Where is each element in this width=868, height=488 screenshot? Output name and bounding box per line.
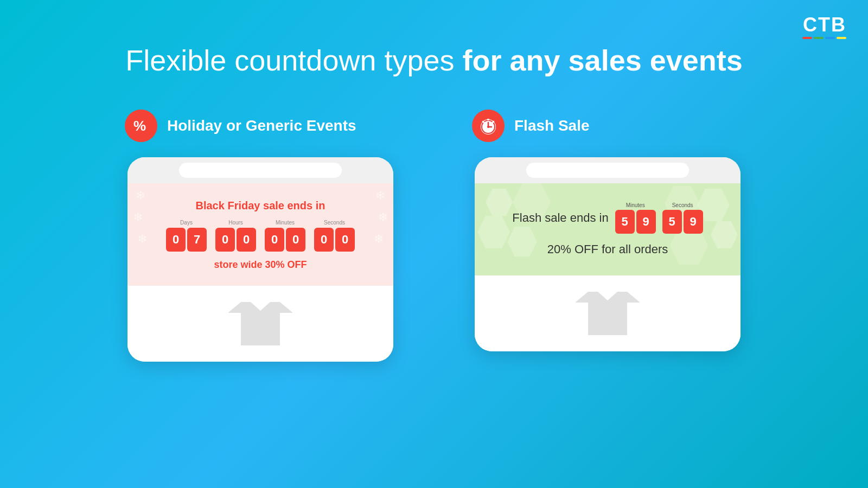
- seconds-digits: 0 0: [314, 228, 355, 252]
- heading-part2: for any sales events: [463, 44, 743, 76]
- columns-container: % Holiday or Generic Events ❄ ❄ ❄ ❄ ❄ ❄ …: [0, 110, 868, 362]
- days-group: Days 0 7: [166, 220, 207, 252]
- flash-sale-text: Flash sale ends in: [512, 211, 608, 225]
- flash-discount-text: 20% OFF for all orders: [547, 242, 668, 256]
- minutes-label: Minutes: [276, 220, 295, 226]
- logo-bar-blue: [825, 37, 835, 39]
- holiday-subtitle: store wide 30% OFF: [138, 259, 382, 271]
- left-category-row: % Holiday or Generic Events: [125, 110, 356, 142]
- right-category-row: Flash Sale: [472, 110, 590, 142]
- holiday-title: Black Friday sale ends in: [138, 200, 382, 212]
- ctb-logo: CTB: [802, 15, 846, 39]
- logo-bar-red: [802, 37, 812, 39]
- flash-sale-row: Flash sale ends in Minutes 5 9 Seconds: [512, 202, 703, 234]
- logo-text: CTB: [803, 15, 846, 35]
- percent-badge-icon: %: [125, 110, 157, 142]
- hours-digit-2: 0: [237, 228, 256, 252]
- minutes-digit-1: 0: [265, 228, 284, 252]
- left-phone-bar: [127, 157, 393, 183]
- days-label: Days: [180, 220, 193, 226]
- flash-sale-area: Flash sale ends in Minutes 5 9 Seconds: [475, 183, 741, 275]
- hours-digit-1: 0: [215, 228, 235, 252]
- hours-digits: 0 0: [215, 228, 256, 252]
- holiday-countdown-area: ❄ ❄ ❄ ❄ ❄ ❄ Black Friday sale ends in Da…: [127, 183, 393, 286]
- flash-seconds-group: Seconds 5 9: [662, 202, 703, 234]
- hours-label: Hours: [228, 220, 243, 226]
- days-digits: 0 7: [166, 228, 207, 252]
- countdown-row: Days 0 7 Hours 0 0: [138, 220, 382, 252]
- flash-minutes-group: Minutes 5 9: [615, 202, 656, 234]
- days-digit-1: 0: [166, 228, 186, 252]
- right-category-label: Flash Sale: [514, 117, 590, 134]
- logo-underline: [802, 37, 846, 39]
- minutes-digits: 0 0: [265, 228, 305, 252]
- svg-point-8: [487, 126, 489, 128]
- heading-part1: Flexible countdown types: [125, 44, 462, 76]
- logo-bar-yellow: [837, 37, 846, 39]
- minutes-group: Minutes 0 0: [265, 220, 305, 252]
- right-phone-bar: [475, 157, 741, 183]
- flash-minutes-digit-1: 5: [615, 210, 635, 234]
- minutes-digit-2: 0: [286, 228, 305, 252]
- left-category-label: Holiday or Generic Events: [167, 117, 356, 134]
- left-phone-content: [127, 286, 393, 362]
- flash-seconds-digit-2: 9: [684, 210, 703, 234]
- flash-seconds-label: Seconds: [672, 202, 693, 208]
- hex-1: [486, 189, 513, 216]
- svg-rect-5: [487, 119, 489, 120]
- left-column: % Holiday or Generic Events ❄ ❄ ❄ ❄ ❄ ❄ …: [125, 110, 396, 362]
- days-digit-2: 7: [187, 228, 207, 252]
- hex-6: [711, 221, 738, 248]
- right-phone-mockup: Flash sale ends in Minutes 5 9 Seconds: [475, 157, 741, 351]
- seconds-label: Seconds: [324, 220, 345, 226]
- right-url-bar: [526, 163, 689, 178]
- flash-minutes-digit-2: 9: [636, 210, 656, 234]
- flash-seconds-digit-1: 5: [662, 210, 682, 234]
- right-phone-content: [475, 275, 741, 351]
- seconds-digit-1: 0: [314, 228, 334, 252]
- hours-group: Hours 0 0: [215, 220, 256, 252]
- left-phone-mockup: ❄ ❄ ❄ ❄ ❄ ❄ Black Friday sale ends in Da…: [127, 157, 393, 362]
- flash-minutes-label: Minutes: [626, 202, 645, 208]
- logo-bar-green: [814, 37, 824, 39]
- clock-badge-icon: [472, 110, 505, 142]
- tshirt-image: [228, 302, 293, 345]
- left-url-bar: [179, 163, 342, 178]
- svg-text:%: %: [133, 118, 146, 134]
- seconds-digit-2: 0: [335, 228, 355, 252]
- flash-minutes-digits: 5 9: [615, 210, 656, 234]
- flash-seconds-digits: 5 9: [662, 210, 703, 234]
- tshirt-image-right: [575, 292, 640, 335]
- hex-2: [477, 216, 510, 248]
- main-heading: Flexible countdown types for any sales e…: [0, 0, 868, 77]
- seconds-group: Seconds 0 0: [314, 220, 355, 252]
- right-column: Flash Sale Flash sale ends in: [472, 110, 743, 362]
